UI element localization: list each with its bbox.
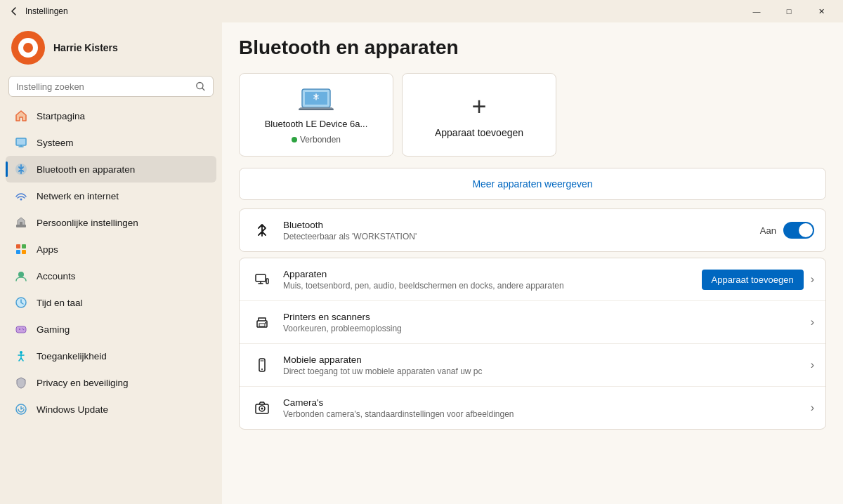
svg-rect-28 bbox=[266, 279, 268, 284]
sidebar-item-update[interactable]: Windows Update bbox=[6, 396, 216, 423]
nav-label-gaming: Gaming bbox=[37, 324, 70, 335]
apparaten-row-title: Apparaten bbox=[283, 269, 692, 279]
device-name: Bluetooth LE Device 6a... bbox=[265, 119, 368, 129]
nav-label-accounts: Accounts bbox=[37, 271, 76, 281]
sidebar-item-gaming[interactable]: Gaming bbox=[6, 316, 216, 343]
svg-point-19 bbox=[23, 329, 25, 331]
chevron-right-icon-3: › bbox=[811, 359, 814, 371]
svg-rect-7 bbox=[16, 225, 26, 227]
user-name: Harrie Kisters bbox=[53, 42, 118, 53]
main-settings-section: Apparaten Muis, toetsenbord, pen, audio,… bbox=[239, 258, 826, 430]
chevron-right-icon-2: › bbox=[811, 316, 814, 329]
app-container: Harrie Kisters Startpagina bbox=[0, 22, 843, 504]
page-title: Bluetooth en apparaten bbox=[239, 37, 826, 59]
chevron-right-icon-4: › bbox=[811, 402, 814, 414]
bluetooth-toggle[interactable] bbox=[783, 222, 814, 239]
svg-point-18 bbox=[22, 329, 23, 330]
device-icon-area bbox=[295, 85, 337, 113]
cameras-row-right: › bbox=[811, 402, 814, 414]
bluetooth-row-icon bbox=[251, 219, 273, 241]
titlebar: Instellingen — □ ✕ bbox=[0, 0, 843, 22]
svg-rect-11 bbox=[16, 250, 20, 254]
nav-label-systeem: Systeem bbox=[37, 138, 74, 148]
apparaten-row-right: Apparaat toevoegen › bbox=[702, 270, 814, 290]
more-devices-button[interactable]: Meer apparaten weergeven bbox=[239, 168, 826, 200]
device-card-bluetooth-le[interactable]: Bluetooth LE Device 6a... Verbonden bbox=[239, 73, 393, 157]
chevron-right-icon: › bbox=[811, 273, 814, 286]
apparaten-icon bbox=[251, 268, 273, 291]
bluetooth-row-right: Aan bbox=[760, 222, 814, 239]
maximize-button[interactable]: □ bbox=[773, 0, 805, 22]
svg-rect-10 bbox=[22, 244, 26, 248]
printers-row-title: Printers en scanners bbox=[283, 312, 801, 322]
update-icon bbox=[14, 402, 28, 416]
svg-rect-25 bbox=[256, 274, 266, 281]
device-status: Verbonden bbox=[292, 135, 341, 145]
network-icon bbox=[14, 189, 28, 203]
svg-rect-12 bbox=[22, 250, 26, 254]
mobiele-icon bbox=[251, 354, 273, 376]
apparaten-row[interactable]: Apparaten Muis, toetsenbord, pen, audio,… bbox=[240, 258, 825, 301]
sidebar-item-privacy[interactable]: Privacy en beveiliging bbox=[6, 369, 216, 396]
mobiele-row-subtitle: Direct toegang tot uw mobiele apparaten … bbox=[283, 366, 801, 376]
titlebar-left: Instellingen bbox=[8, 6, 68, 17]
printers-row[interactable]: Printers en scanners Voorkeuren, problee… bbox=[240, 301, 825, 344]
add-device-card[interactable]: + Apparaat toevoegen bbox=[402, 73, 556, 157]
svg-line-1 bbox=[202, 88, 204, 90]
back-button[interactable] bbox=[8, 6, 20, 17]
plus-icon: + bbox=[471, 92, 486, 121]
sidebar-item-apps[interactable]: Apps bbox=[6, 236, 216, 263]
bluetooth-section: Bluetooth Detecteerbaar als 'WORKSTATION… bbox=[239, 208, 826, 252]
svg-point-13 bbox=[18, 272, 24, 277]
svg-rect-24 bbox=[299, 109, 334, 110]
toggle-label: Aan bbox=[760, 225, 776, 236]
sidebar-nav: Startpagina Systeem bbox=[6, 102, 216, 423]
apparaat-toevoegen-button[interactable]: Apparaat toevoegen bbox=[702, 270, 804, 290]
printers-icon bbox=[251, 311, 273, 333]
sidebar-item-accounts[interactable]: Accounts bbox=[6, 263, 216, 289]
cameras-row-subtitle: Verbonden camera's, standaardinstellinge… bbox=[283, 409, 801, 419]
sidebar-item-tijd[interactable]: Tijd en taal bbox=[6, 289, 216, 316]
add-device-label: Apparaat toevoegen bbox=[435, 127, 523, 138]
nav-label-bluetooth: Bluetooth en apparaten bbox=[37, 164, 135, 175]
nav-label-privacy: Privacy en beveiliging bbox=[37, 378, 129, 388]
personalization-icon bbox=[14, 215, 28, 230]
status-dot bbox=[292, 137, 297, 142]
device-status-text: Verbonden bbox=[300, 135, 341, 145]
mobiele-row-text: Mobiele apparaten Direct toegang tot uw … bbox=[283, 354, 801, 376]
cameras-row[interactable]: Camera's Verbonden camera's, standaardin… bbox=[240, 387, 825, 429]
cameras-row-text: Camera's Verbonden camera's, standaardin… bbox=[283, 397, 801, 419]
search-icon bbox=[195, 81, 206, 92]
mobiele-row[interactable]: Mobiele apparaten Direct toegang tot uw … bbox=[240, 344, 825, 387]
printers-row-text: Printers en scanners Voorkeuren, problee… bbox=[283, 312, 801, 333]
content-area: Bluetooth en apparaten Bluetooth LE De bbox=[222, 22, 843, 504]
apparaten-row-subtitle: Muis, toetsenbord, pen, audio, beeldsche… bbox=[283, 281, 692, 291]
bluetooth-icon bbox=[14, 162, 28, 176]
nav-label-apps: Apps bbox=[37, 244, 58, 255]
svg-rect-8 bbox=[20, 222, 22, 225]
search-box[interactable] bbox=[8, 76, 214, 97]
search-input[interactable] bbox=[16, 81, 190, 92]
nav-label-netwerk: Netwerk en internet bbox=[37, 191, 119, 201]
svg-point-6 bbox=[20, 199, 22, 201]
bluetooth-row-subtitle: Detecteerbaar als 'WORKSTATION' bbox=[283, 232, 750, 241]
svg-point-38 bbox=[261, 408, 263, 410]
sidebar-item-bluetooth[interactable]: Bluetooth en apparaten bbox=[6, 156, 216, 183]
sidebar-item-startpagina[interactable]: Startpagina bbox=[6, 102, 216, 129]
accounts-icon bbox=[14, 269, 28, 283]
sidebar-item-systeem[interactable]: Systeem bbox=[6, 129, 216, 156]
printers-row-subtitle: Voorkeuren, probleemoplossing bbox=[283, 324, 801, 333]
printers-row-right: › bbox=[811, 316, 814, 329]
privacy-icon bbox=[14, 376, 28, 390]
minimize-button[interactable]: — bbox=[740, 0, 773, 22]
nav-label-persoonlijk: Persoonlijke instellingen bbox=[37, 218, 138, 228]
svg-point-31 bbox=[265, 322, 266, 324]
sidebar-item-toegankelijkheid[interactable]: Toegankelijkheid bbox=[6, 343, 216, 369]
sidebar-item-netwerk[interactable]: Netwerk en internet bbox=[6, 183, 216, 209]
close-button[interactable]: ✕ bbox=[805, 0, 837, 22]
sidebar-item-persoonlijk[interactable]: Persoonlijke instellingen bbox=[6, 209, 216, 236]
titlebar-title: Instellingen bbox=[25, 6, 68, 16]
accessibility-icon bbox=[14, 349, 28, 363]
svg-point-34 bbox=[261, 369, 263, 370]
bluetooth-row[interactable]: Bluetooth Detecteerbaar als 'WORKSTATION… bbox=[240, 209, 825, 251]
